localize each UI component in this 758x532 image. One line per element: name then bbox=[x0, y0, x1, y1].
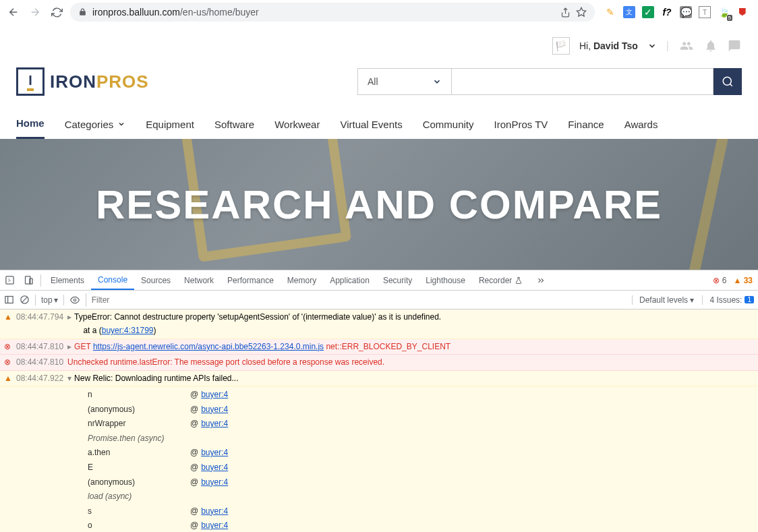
tab-console[interactable]: Console bbox=[91, 270, 134, 290]
nav-ironpros-tv[interactable]: IronPros TV bbox=[494, 113, 548, 139]
console-toolbar: top ▾ Default levels ▾ 4 Issues: 1 bbox=[0, 291, 758, 309]
svg-point-6 bbox=[74, 299, 76, 301]
user-greeting[interactable]: Hi, David Tso bbox=[579, 40, 638, 51]
source-link[interactable]: buyer:4:31799 bbox=[102, 326, 154, 335]
bell-icon[interactable] bbox=[704, 39, 718, 53]
search-input[interactable] bbox=[452, 68, 713, 95]
greeting-prefix: Hi, bbox=[579, 40, 593, 51]
expand-arrow-icon[interactable]: ▸ bbox=[67, 310, 71, 338]
log-entry[interactable]: ⊗ 08:44:47.810 Unchecked runtime.lastErr… bbox=[0, 355, 758, 370]
stack-frame-async: Promise.then (async) bbox=[88, 432, 754, 446]
source-link[interactable]: https://js-agent.newrelic.com/async-api.… bbox=[93, 342, 324, 351]
bookmark-star-icon[interactable] bbox=[576, 7, 587, 18]
console-filter-input[interactable] bbox=[86, 293, 571, 307]
address-bar[interactable]: ironpros.balluun.com/en-us/home/buyer bbox=[70, 3, 595, 22]
stack-trace: n@buyer:4 (anonymous)@buyer:4 nrWrapper@… bbox=[0, 386, 758, 532]
source-link[interactable]: buyer:4 bbox=[201, 388, 228, 403]
svg-rect-4 bbox=[5, 297, 13, 303]
issues-indicator[interactable]: 4 Issues: 1 bbox=[702, 295, 754, 305]
chat-icon[interactable] bbox=[727, 39, 742, 53]
browser-toolbar: ironpros.balluun.com/en-us/home/buyer ✎ … bbox=[0, 0, 758, 24]
search-category-dropdown[interactable]: All bbox=[357, 68, 452, 95]
nav-home[interactable]: Home bbox=[16, 113, 45, 139]
stack-frame[interactable]: a.then@buyer:4 bbox=[88, 446, 754, 461]
nav-categories[interactable]: Categories bbox=[65, 113, 126, 139]
stack-frame[interactable]: (anonymous)@buyer:4 bbox=[88, 475, 754, 490]
stack-frame[interactable]: nrWrapper@buyer:4 bbox=[88, 417, 754, 432]
main-nav: Home Categories Equipment Software Workw… bbox=[16, 108, 742, 139]
source-link[interactable]: buyer:4 bbox=[201, 403, 228, 417]
log-entry[interactable]: ▲ 08:44:47.794 ▸ TypeError: Cannot destr… bbox=[0, 309, 758, 339]
source-link[interactable]: buyer:4 bbox=[201, 417, 228, 432]
source-link[interactable]: buyer:4 bbox=[201, 475, 228, 490]
language-selector[interactable]: 🏳️ bbox=[552, 37, 570, 55]
nav-workwear[interactable]: Workwear bbox=[274, 113, 320, 139]
warning-badge[interactable]: ▲ 33 bbox=[733, 276, 753, 285]
expand-arrow-icon[interactable]: ▸ bbox=[67, 340, 71, 353]
site-header: 🏳️ Hi, David Tso | I IRONPROS All bbox=[0, 24, 758, 139]
forward-button[interactable] bbox=[27, 4, 43, 20]
hero-banner: RESEARCH AND COMPARE bbox=[0, 139, 758, 270]
stack-frame[interactable]: (anonymous)@buyer:4 bbox=[88, 403, 754, 417]
clear-console-icon[interactable] bbox=[20, 295, 30, 305]
sidebar-toggle-icon[interactable] bbox=[4, 295, 14, 305]
back-button[interactable] bbox=[5, 4, 22, 20]
devtools-panel: Elements Console Sources Network Perform… bbox=[0, 270, 758, 532]
source-link[interactable]: buyer:4 bbox=[201, 446, 228, 461]
chevron-down-icon[interactable] bbox=[647, 41, 657, 51]
tab-sources[interactable]: Sources bbox=[134, 270, 177, 290]
tab-lighthouse[interactable]: Lighthouse bbox=[419, 270, 472, 290]
extension-icon[interactable]: 🍃5 bbox=[718, 6, 730, 18]
log-entry[interactable]: ⊗ 08:44:47.810 ▸ GET https://js-agent.ne… bbox=[0, 339, 758, 355]
error-badge[interactable]: ⊗ 6 bbox=[713, 276, 726, 285]
extension-shield-icon[interactable]: ⛊ bbox=[736, 6, 749, 18]
log-entry[interactable]: ▲ 08:44:47.922 ▾ New Relic: Downloading … bbox=[0, 371, 758, 386]
log-timestamp: 08:44:47.810 bbox=[16, 355, 63, 369]
tabs-overflow[interactable] bbox=[529, 270, 552, 290]
people-icon[interactable] bbox=[678, 39, 695, 53]
extension-icon[interactable]: ✎ bbox=[604, 6, 616, 18]
site-logo[interactable]: I IRONPROS bbox=[16, 67, 149, 96]
context-selector[interactable]: top ▾ bbox=[41, 295, 58, 305]
tab-performance[interactable]: Performance bbox=[221, 270, 281, 290]
inspect-icon[interactable] bbox=[0, 270, 19, 290]
error-icon: ⊗ bbox=[4, 340, 13, 353]
stack-frame[interactable]: o@buyer:4 bbox=[88, 519, 754, 532]
device-toggle-icon[interactable] bbox=[19, 270, 38, 290]
log-message: TypeError: Cannot destructure property '… bbox=[74, 310, 441, 338]
logo-mark-letter: I bbox=[27, 73, 34, 91]
log-levels-dropdown[interactable]: Default levels ▾ bbox=[632, 295, 694, 305]
source-link[interactable]: buyer:4 bbox=[201, 519, 228, 532]
nav-software[interactable]: Software bbox=[214, 113, 254, 139]
nav-equipment[interactable]: Equipment bbox=[146, 113, 194, 139]
live-expression-icon[interactable] bbox=[69, 295, 80, 305]
nav-awards[interactable]: Awards bbox=[624, 113, 658, 139]
nav-community[interactable]: Community bbox=[423, 113, 474, 139]
search-category-label: All bbox=[368, 76, 378, 87]
extension-translate-icon[interactable]: 文 bbox=[623, 6, 635, 18]
tab-security[interactable]: Security bbox=[376, 270, 419, 290]
share-icon[interactable] bbox=[560, 7, 571, 18]
stack-frame[interactable]: E@buyer:4 bbox=[88, 461, 754, 475]
extension-icon[interactable]: T bbox=[699, 6, 711, 18]
stack-frame-async: load (async) bbox=[88, 490, 754, 504]
extension-icon[interactable]: ✓ bbox=[642, 6, 654, 18]
collapse-arrow-icon[interactable]: ▾ bbox=[67, 372, 71, 385]
nav-finance[interactable]: Finance bbox=[568, 113, 604, 139]
search-icon bbox=[722, 76, 734, 88]
reload-button[interactable] bbox=[49, 4, 65, 20]
nav-virtual-events[interactable]: Virtual Events bbox=[340, 113, 402, 139]
tab-application[interactable]: Application bbox=[323, 270, 376, 290]
tab-network[interactable]: Network bbox=[177, 270, 221, 290]
extension-icon[interactable]: f? bbox=[661, 6, 673, 18]
tab-recorder[interactable]: Recorder bbox=[472, 270, 529, 290]
extension-icon[interactable]: 💬 bbox=[680, 6, 692, 18]
search-button[interactable] bbox=[713, 68, 742, 95]
source-link[interactable]: buyer:4 bbox=[201, 504, 228, 519]
tab-elements[interactable]: Elements bbox=[44, 270, 91, 290]
stack-frame[interactable]: n@buyer:4 bbox=[88, 388, 754, 403]
stack-frame[interactable]: s@buyer:4 bbox=[88, 504, 754, 519]
tab-memory[interactable]: Memory bbox=[281, 270, 323, 290]
console-output: ▲ 08:44:47.794 ▸ TypeError: Cannot destr… bbox=[0, 309, 758, 532]
source-link[interactable]: buyer:4 bbox=[201, 461, 228, 475]
